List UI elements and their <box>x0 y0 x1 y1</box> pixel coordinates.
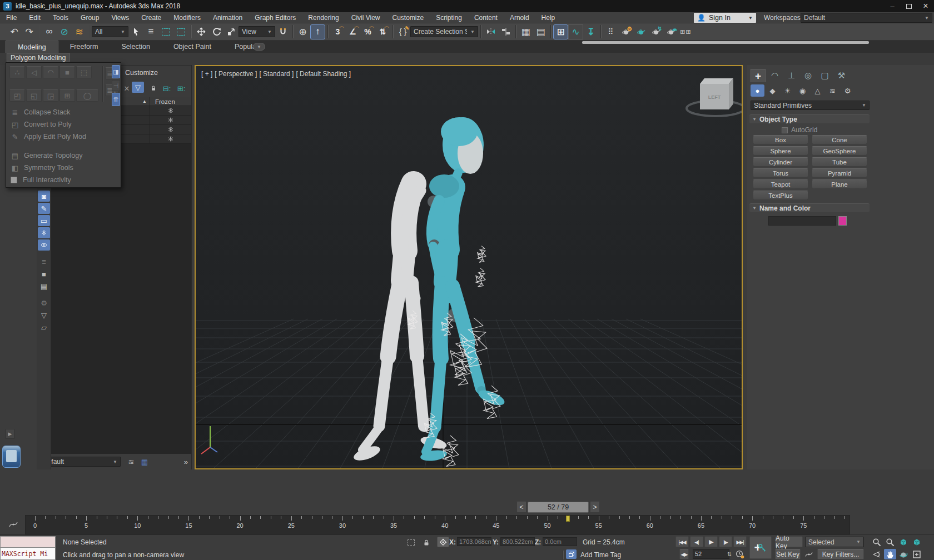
menu-rendering[interactable]: Rendering <box>302 12 345 23</box>
menu-animation[interactable]: Animation <box>207 12 249 23</box>
render-in-cloud-button[interactable]: ☁ <box>663 24 678 39</box>
viewport-menu-general[interactable]: [ + ] <box>201 70 212 78</box>
maxscript-mini-listener[interactable]: MAXScript Mi <box>0 536 56 560</box>
button-cylinder[interactable]: Cylinder <box>753 157 808 167</box>
button-cone[interactable]: Cone <box>812 135 867 144</box>
x-coordinate-field[interactable]: 1703.068cm <box>457 537 491 546</box>
select-and-place-button[interactable]: ↑ <box>310 24 325 39</box>
layer-settings-icon[interactable]: ▦ <box>138 456 151 467</box>
go-to-start-button[interactable]: |◀◀ <box>675 537 689 547</box>
add-time-tag[interactable]: Add Time Tag <box>580 551 621 559</box>
edit-named-selection-sets-button[interactable]: { }✎ <box>395 24 410 39</box>
set-keys-button[interactable]: + <box>749 537 772 559</box>
zoom-extents-button[interactable] <box>897 537 910 547</box>
bind-to-space-warp-button[interactable]: ≋ <box>72 24 87 39</box>
row-frozen-cell[interactable] <box>150 134 191 143</box>
menu-item-collapse-stack[interactable]: ≣Collapse Stack <box>6 106 121 118</box>
explorer-filter-settings-icon[interactable]: ⚙ <box>38 297 50 308</box>
explorer-hide-icon[interactable] <box>38 239 50 251</box>
set-key-button[interactable]: Set Key <box>775 549 801 559</box>
subobject-level-4-button[interactable]: ■ <box>59 66 75 78</box>
y-coordinate-field[interactable]: 800.522cm <box>500 537 535 546</box>
select-by-name-button[interactable]: ≡ <box>143 24 158 39</box>
soft-selection-button[interactable]: ◯ <box>76 89 98 102</box>
category-geometry[interactable]: ● <box>751 84 764 97</box>
next-frame-button[interactable]: |▶ <box>719 537 732 547</box>
explorer-filter-icon[interactable]: ▽ <box>38 309 50 321</box>
polygon-modeling-panel-header[interactable]: Polygon Modeling <box>7 53 69 62</box>
button-tube[interactable]: Tube <box>812 157 867 167</box>
perspective-viewport[interactable]: [ + ] [ Perspective ] [ Standard ] [ Def… <box>195 65 743 469</box>
layer-list-icon[interactable]: ≋ <box>125 456 137 467</box>
explorer-freeze-icon[interactable] <box>38 227 50 238</box>
category-shapes[interactable]: ◆ <box>766 84 779 97</box>
category-systems[interactable]: ⚙ <box>841 84 854 97</box>
reference-coordsys-dropdown[interactable]: View ▼ <box>239 26 275 37</box>
row-frozen-cell[interactable] <box>150 116 191 124</box>
collapse-tree-icon[interactable]: ⊞: <box>175 83 187 94</box>
menu-item-convert-to-poly[interactable]: ◰Convert to Poly <box>6 118 121 131</box>
menu-views[interactable]: Views <box>105 12 135 23</box>
frame-spinner[interactable]: ⇅ <box>726 549 733 559</box>
button-torus[interactable]: Torus <box>753 168 808 178</box>
toggle-layer-explorer-button[interactable]: ▤ <box>533 24 548 39</box>
minimize-button[interactable]: – <box>884 1 901 12</box>
window-crossing-toggle[interactable] <box>173 24 188 39</box>
poly-tool-3-button[interactable]: ◲ <box>43 89 58 102</box>
button-geosphere[interactable]: GeoSphere <box>812 146 867 156</box>
explorer-filter-button[interactable]: ▽ <box>132 82 144 93</box>
time-configuration-button[interactable] <box>734 549 746 559</box>
category-space-warps[interactable]: ≋ <box>826 84 839 97</box>
selection-filter-dropdown[interactable]: All ▼ <box>92 26 128 37</box>
autogrid-checkbox[interactable] <box>782 127 788 133</box>
object-name-field[interactable] <box>768 216 836 226</box>
menu-modifiers[interactable]: Modifiers <box>167 12 207 23</box>
expand-tree-icon[interactable]: ⊟: <box>161 83 173 94</box>
select-and-move-button[interactable] <box>193 24 208 39</box>
row-frozen-cell[interactable] <box>150 125 191 134</box>
menu-item-apply-edit-poly-mod[interactable]: ✎Apply Edit Poly Mod <box>6 131 121 143</box>
tab-selection[interactable]: Selection <box>110 41 161 53</box>
menu-edit[interactable]: Edit <box>23 12 47 23</box>
viewport-layout-tabs-button[interactable] <box>2 446 21 468</box>
explorer-detail-view-icon[interactable]: ▤ <box>38 281 50 292</box>
render-production-button[interactable]: ↯ <box>648 24 663 39</box>
frozen-column-header[interactable]: Frozen <box>150 97 191 106</box>
next-frame-button[interactable]: > <box>590 502 600 513</box>
poly-tool-1-button[interactable]: ◰ <box>9 89 25 102</box>
ribbon-grip[interactable] <box>582 41 869 44</box>
menu-tools[interactable]: Tools <box>47 12 74 23</box>
button-teapot[interactable]: Teapot <box>753 179 808 189</box>
object-type-rollout[interactable]: ▾ Object Type <box>749 114 870 123</box>
more-tools-chevrons[interactable]: » <box>184 458 188 466</box>
poly-tool-2-button[interactable]: ◱ <box>26 89 42 102</box>
rendered-frame-window-button[interactable] <box>633 24 648 39</box>
sign-in-button[interactable]: 👤 Sign In ▼ <box>694 13 756 23</box>
spinner-snap-button[interactable]: ⇅⌒ <box>375 24 390 39</box>
panel-visibility-toggle[interactable]: ◨ <box>112 65 120 78</box>
explorer-thumb-view-icon[interactable]: ■ <box>38 268 50 279</box>
row-frozen-cell[interactable] <box>150 106 191 115</box>
tab-populate[interactable]: Populate <box>223 41 274 53</box>
tab-object-paint[interactable]: Object Paint <box>162 41 223 53</box>
menu-item-generate-topology[interactable]: ▤Generate Topology <box>6 149 121 162</box>
primitive-category-dropdown[interactable]: Standard Primitives ▼ <box>751 101 870 110</box>
category-helpers[interactable]: △ <box>811 84 824 97</box>
explorer-list-view-icon[interactable]: ≡ <box>38 256 50 267</box>
subobject-level-5-button[interactable]: ⬚ <box>76 66 92 78</box>
percent-snap-button[interactable]: %⌒ <box>360 24 375 39</box>
explorer-folder-icon[interactable]: ▱ <box>38 322 50 333</box>
zoom-extents-all-button[interactable] <box>911 537 923 547</box>
button-plane[interactable]: Plane <box>812 179 867 189</box>
time-slider-value[interactable]: 52 / 79 <box>528 502 589 513</box>
menu-create[interactable]: Create <box>135 12 167 23</box>
selection-set-keying-dropdown[interactable]: Selected ▼ <box>805 537 864 547</box>
tab-hierarchy[interactable]: ⊥ <box>784 69 799 82</box>
listener-macro-row[interactable] <box>1 537 55 548</box>
key-filters-button[interactable]: Key Filters... <box>817 549 864 559</box>
tab-motion[interactable]: ◎ <box>801 69 816 82</box>
open-mini-curve-editor-button[interactable] <box>6 516 21 533</box>
render-setup-button[interactable]: ⚙ <box>618 24 633 39</box>
previous-frame-button[interactable]: ◀| <box>690 537 703 547</box>
transform-gizmo-icon[interactable] <box>437 537 449 547</box>
